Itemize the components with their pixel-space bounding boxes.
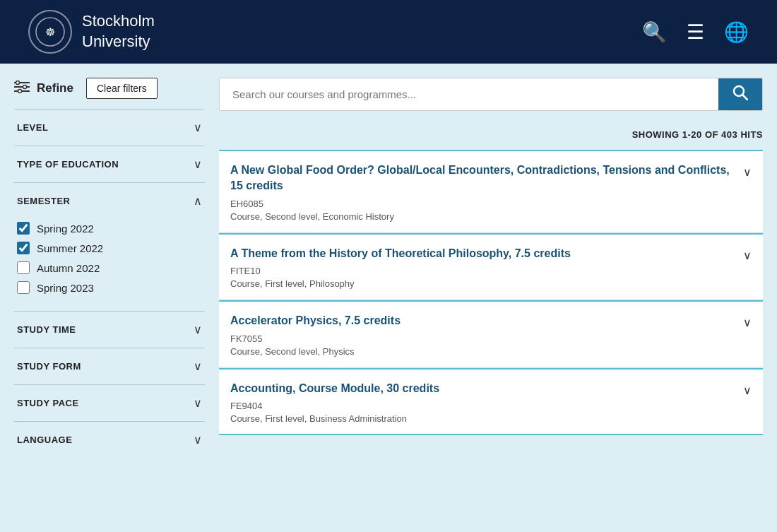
filter-level-title: LEVEL [17, 122, 48, 133]
filter-section-study-pace: STUDY PACE ∨ [14, 384, 205, 421]
checkbox-spring-2022: Spring 2022 [17, 222, 202, 235]
filter-section-study-time: STUDY TIME ∨ [14, 311, 205, 348]
course-meta: Course, First level, Philosophy [230, 278, 732, 289]
svg-point-6 [23, 85, 27, 88]
filter-semester-body: Spring 2022 Summer 2022 Autumn 2022 Spri… [14, 219, 205, 311]
course-info: Accounting, Course Module, 30 credits FE… [230, 381, 732, 424]
course-meta: Course, First level, Business Administra… [230, 413, 732, 424]
filter-language-title: LANGUAGE [17, 435, 72, 445]
filter-section-semester: SEMESTER ∧ Spring 2022 Summer 2022 Autum… [14, 182, 205, 311]
filter-study-pace-title: STUDY PACE [17, 398, 79, 408]
course-code: FE9404 [230, 401, 732, 411]
course-code: FITE10 [230, 266, 732, 276]
filter-level-chevron: ∨ [194, 121, 202, 134]
university-name: Stockholm University [82, 11, 155, 52]
course-info: A New Global Food Order? Global/Local En… [230, 162, 732, 222]
course-info: A Theme from the History of Theoretical … [230, 246, 732, 289]
filter-type-of-education-toggle[interactable]: TYPE OF EDUCATION ∨ [14, 146, 205, 182]
sidebar: Refine Clear filters LEVEL ∨ TYPE OF EDU… [14, 78, 205, 458]
checkbox-spring-2022-label: Spring 2022 [37, 223, 94, 235]
filter-section-study-form: STUDY FORM ∨ [14, 348, 205, 384]
search-bar-wrapper [219, 78, 763, 122]
checkbox-summer-2022-label: Summer 2022 [37, 242, 103, 254]
refine-header: Refine Clear filters [14, 78, 205, 99]
checkbox-spring-2023-input[interactable] [17, 281, 30, 294]
course-item[interactable]: Accounting, Course Module, 30 credits FE… [219, 368, 763, 435]
refine-label: Refine [37, 81, 73, 95]
filter-study-time-chevron: ∨ [194, 323, 202, 336]
search-bar [219, 78, 763, 111]
filter-semester-title: SEMESTER [17, 196, 71, 206]
filter-section-language: LANGUAGE ∨ [14, 421, 205, 458]
course-list: A New Global Food Order? Global/Local En… [219, 150, 763, 435]
filter-language-chevron: ∨ [194, 433, 202, 447]
content-layout: Refine Clear filters LEVEL ∨ TYPE OF EDU… [14, 78, 763, 458]
main-content: SHOWING 1-20 OF 403 HITS A New Global Fo… [219, 78, 763, 458]
filter-study-form-toggle[interactable]: STUDY FORM ∨ [14, 348, 205, 384]
filter-study-pace-chevron: ∨ [194, 396, 202, 410]
course-meta: Course, Second level, Physics [230, 346, 732, 357]
clear-filters-button[interactable]: Clear filters [86, 78, 158, 99]
filter-type-of-education-title: TYPE OF EDUCATION [17, 159, 119, 170]
filter-study-time-title: STUDY TIME [17, 324, 76, 335]
checkbox-spring-2022-input[interactable] [17, 222, 30, 235]
course-expand-chevron[interactable]: ∨ [743, 165, 752, 179]
filter-level-toggle[interactable]: LEVEL ∨ [14, 110, 205, 146]
checkbox-spring-2023-label: Spring 2023 [37, 282, 94, 294]
logo-svg: ☸ [35, 16, 66, 47]
course-code: EH6085 [230, 199, 732, 209]
course-title: A New Global Food Order? Global/Local En… [230, 162, 732, 194]
filter-semester-chevron: ∧ [194, 194, 202, 208]
filter-study-form-title: STUDY FORM [17, 361, 81, 372]
search-icon[interactable]: 🔍 [642, 20, 667, 44]
menu-icon[interactable]: ☰ [687, 20, 704, 44]
main-container: Refine Clear filters LEVEL ∨ TYPE OF EDU… [0, 64, 777, 532]
course-expand-chevron[interactable]: ∨ [743, 249, 752, 262]
search-button[interactable] [718, 78, 762, 110]
search-btn-icon [732, 85, 748, 100]
header-actions: 🔍 ☰ 🌐 [642, 20, 749, 44]
logo-container: ☸ Stockholm University [28, 10, 155, 54]
globe-icon[interactable]: 🌐 [724, 20, 749, 44]
filter-section-level: LEVEL ∨ [14, 109, 205, 146]
course-item[interactable]: A New Global Food Order? Global/Local En… [219, 150, 763, 232]
results-info: SHOWING 1-20 OF 403 HITS [219, 122, 763, 150]
course-info: Accelerator Physics, 7.5 credits FK7055 … [230, 313, 732, 356]
checkbox-summer-2022: Summer 2022 [17, 242, 202, 254]
course-item[interactable]: Accelerator Physics, 7.5 credits FK7055 … [219, 300, 763, 366]
filter-type-of-education-chevron: ∨ [194, 158, 202, 171]
search-input[interactable] [220, 78, 718, 110]
course-title: Accounting, Course Module, 30 credits [230, 381, 732, 396]
refine-icon [14, 81, 30, 97]
checkbox-summer-2022-input[interactable] [17, 242, 30, 254]
filter-study-pace-toggle[interactable]: STUDY PACE ∨ [14, 385, 205, 421]
course-title: Accelerator Physics, 7.5 credits [230, 313, 732, 329]
filter-semester-toggle[interactable]: SEMESTER ∧ [14, 183, 205, 219]
svg-text:☸: ☸ [45, 26, 55, 38]
site-header: ☸ Stockholm University 🔍 ☰ 🌐 [0, 0, 777, 64]
filter-study-form-chevron: ∨ [194, 360, 202, 373]
svg-line-9 [743, 95, 748, 100]
course-expand-chevron[interactable]: ∨ [743, 384, 752, 397]
course-code: FK7055 [230, 333, 732, 344]
filter-study-time-toggle[interactable]: STUDY TIME ∨ [14, 312, 205, 348]
course-meta: Course, Second level, Economic History [230, 211, 732, 222]
checkbox-autumn-2022-label: Autumn 2022 [37, 262, 100, 274]
checkbox-autumn-2022-input[interactable] [17, 261, 30, 274]
course-expand-chevron[interactable]: ∨ [743, 316, 752, 329]
filter-language-toggle[interactable]: LANGUAGE ∨ [14, 422, 205, 458]
filter-section-type-of-education: TYPE OF EDUCATION ∨ [14, 146, 205, 182]
filter-icon-svg [14, 81, 30, 93]
checkbox-autumn-2022: Autumn 2022 [17, 261, 202, 274]
svg-point-5 [16, 81, 20, 84]
course-title: A Theme from the History of Theoretical … [230, 246, 732, 261]
checkbox-spring-2023: Spring 2023 [17, 281, 202, 294]
svg-point-7 [18, 89, 22, 93]
university-logo: ☸ [28, 10, 72, 54]
course-item[interactable]: A Theme from the History of Theoretical … [219, 233, 763, 299]
